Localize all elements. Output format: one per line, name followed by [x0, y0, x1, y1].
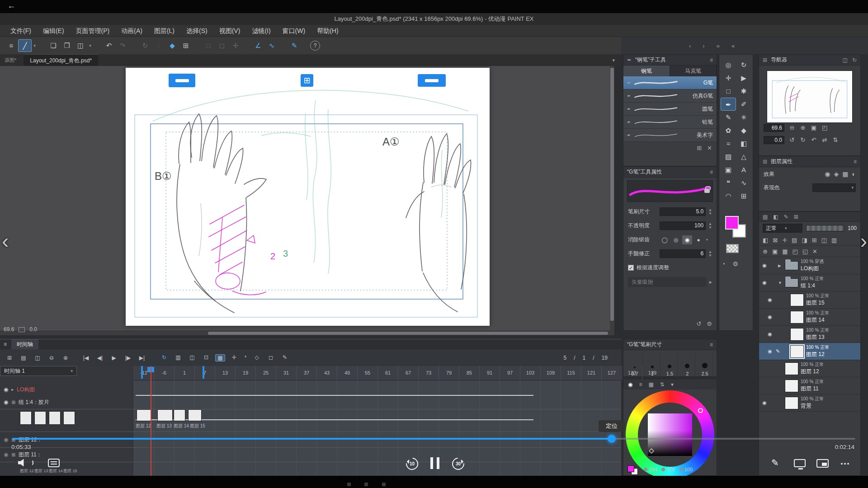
layers-tab-icon[interactable]: ▤ — [763, 214, 768, 220]
delete-subtool-icon[interactable]: ✕ — [707, 145, 712, 151]
track-row-group[interactable]: ◉ ⊞ 组 1:4：胶片 — [0, 396, 133, 408]
layer-row[interactable]: ◉ ✎ 100 % 正常 图层 12 — [759, 343, 860, 360]
add-subtool-icon[interactable]: ⊞ — [697, 145, 702, 151]
menu-item[interactable]: 视图(V) — [213, 25, 246, 37]
layer-row[interactable]: ◉ 100 % 正常 图层 15 — [759, 291, 860, 309]
track-visibility-toggle[interactable]: ◉ — [4, 399, 8, 405]
pip-button[interactable] — [816, 459, 829, 468]
menu-item[interactable]: 帮助(H) — [311, 25, 344, 37]
stabilize-stepper[interactable]: ▲▼ — [708, 250, 712, 258]
figure-tool-icon[interactable]: △ — [736, 150, 751, 163]
timeline-zoom-in-icon[interactable]: ⊕ — [61, 355, 71, 361]
danmaku-button[interactable] — [48, 459, 60, 467]
forward-30-button[interactable]: 30 — [452, 458, 464, 470]
layer-thumbnail[interactable] — [785, 278, 798, 287]
lock-alpha-icon[interactable]: ◨ — [802, 237, 807, 244]
layer-search-tab-icon[interactable]: ◧ — [773, 214, 778, 220]
tab-list-caret-icon[interactable]: ▾ — [612, 57, 615, 63]
layer-row[interactable]: ◉ 100 % 正常 图层 14 — [759, 309, 860, 326]
layer-comment-tab-icon[interactable]: ✎ — [784, 214, 788, 220]
onion-skin-next-chip[interactable] — [418, 74, 446, 87]
layer-row[interactable]: 100 % 正常 图层 11 — [759, 377, 860, 394]
layer-visibility-toggle[interactable]: ◉ — [766, 297, 774, 303]
folder-expand-icon[interactable]: ▼ — [778, 281, 783, 285]
nav-reset-rotation-icon[interactable]: ↶ — [809, 136, 818, 143]
lasso-tool-icon[interactable]: ◠ — [721, 189, 736, 202]
timeline-zoom-out-icon[interactable]: ⊖ — [47, 355, 57, 361]
nav-zoom-100-icon[interactable]: ▣ — [809, 124, 818, 131]
nav-flip-v-icon[interactable]: ⇅ — [831, 136, 840, 143]
undo-button[interactable]: ↶ — [102, 39, 116, 52]
next-video-button[interactable]: › — [860, 229, 867, 253]
layer-visibility-toggle[interactable]: ◉ — [761, 400, 768, 406]
aa-weak-icon[interactable]: ◎ — [671, 235, 681, 244]
pen-pressure-button[interactable]: ✎ — [288, 39, 301, 52]
transform-caret-icon[interactable]: ▾ — [243, 354, 248, 361]
combine-layer-icon[interactable]: ◱ — [802, 248, 808, 255]
dock-collapse-icon[interactable]: » — [717, 42, 720, 49]
move-tool-icon[interactable]: ✛ — [721, 71, 736, 84]
auto-select-tool-icon[interactable]: ✱ — [736, 84, 751, 98]
timeline-selector[interactable]: 时间轴 1 ▾ — [0, 366, 77, 376]
pencil-tool-icon[interactable]: ✐ — [736, 98, 751, 111]
track-expand-icon[interactable]: ▸ — [11, 387, 14, 392]
opacity-stepper[interactable]: ▲▼ — [708, 222, 712, 230]
playback-range-start-marker[interactable] — [141, 366, 143, 379]
select-area-button[interactable]: □ — [202, 39, 215, 52]
layer-thumbnail[interactable] — [785, 261, 798, 270]
save-caret[interactable]: ▾ — [87, 39, 93, 52]
lock-icon[interactable] — [704, 189, 710, 193]
timelapse-icon[interactable]: ◔ — [722, 260, 725, 267]
edit-note-button[interactable]: ✎ — [771, 457, 779, 468]
nav-zoom-in-icon[interactable]: ⊕ — [798, 124, 807, 131]
layer-palette-option-icon[interactable]: ▥ — [831, 237, 837, 244]
saturation-value-square[interactable] — [648, 413, 692, 456]
track-collapse-icon[interactable]: ⊞ — [11, 400, 15, 405]
subtool-item[interactable]: ✒ 仿真G笔 — [623, 89, 717, 103]
blend-mode-dropdown[interactable]: 正常 ▾ — [763, 224, 802, 233]
cel-keyframe-block[interactable] — [157, 409, 173, 421]
nav-rotate-left-icon[interactable]: ↺ — [788, 136, 797, 143]
secondary-tab[interactable]: 源图* — [5, 57, 16, 64]
deselect-button[interactable]: ◌ — [152, 39, 165, 52]
grid-tool-icon[interactable]: ⊞ — [736, 189, 751, 202]
transform-icon[interactable]: ✛ — [229, 354, 239, 361]
snap-ruler-button[interactable]: ∠ — [251, 39, 265, 52]
navigator-thumbnail[interactable] — [767, 70, 853, 123]
reset-tool-icon[interactable]: ↺ — [696, 320, 701, 327]
track-visibility-toggle[interactable]: ◉ — [4, 436, 8, 443]
subtool-tab[interactable]: 马克笔 — [670, 66, 717, 76]
video-progress-handle[interactable] — [608, 435, 616, 443]
frame-select-icon[interactable]: ◻ — [266, 354, 276, 361]
mini-foreground-swatch[interactable] — [627, 465, 634, 472]
new-vector-layer-icon[interactable]: ▣ — [772, 248, 778, 255]
tool-gear-icon[interactable]: ⚙ — [732, 260, 738, 267]
tool-property-menu-icon[interactable]: ≡ — [710, 169, 713, 175]
fill-button[interactable]: ◆ — [165, 39, 179, 52]
hue-marker[interactable] — [698, 408, 703, 413]
playback-range-end-marker[interactable] — [203, 366, 204, 379]
delete-layer-icon[interactable]: ✕ — [812, 248, 817, 255]
layer-thumbnail[interactable] — [785, 397, 798, 409]
timeline-tab[interactable]: 时间轴 — [11, 339, 38, 349]
draft-layer-icon[interactable]: ✛ — [782, 237, 787, 244]
add-keyframe-icon[interactable]: ◇ — [252, 354, 262, 361]
pen-tool-icon[interactable]: ✒ — [721, 98, 736, 111]
cast-button[interactable] — [794, 459, 806, 467]
extract-line-icon[interactable]: ▦ — [842, 170, 848, 178]
track-collapse-icon[interactable]: ⊞ — [11, 452, 15, 457]
menu-item[interactable]: 文件(F) — [5, 25, 37, 37]
brush-size-input[interactable]: 5.0 — [660, 207, 706, 216]
timeline-ruler[interactable]: -12-617131925313743495561677379859197103… — [133, 366, 621, 380]
track-visibility-toggle[interactable]: ◉ — [4, 451, 8, 458]
frame-border-tool-icon[interactable]: ▣ — [721, 163, 736, 176]
timeline-export-icon[interactable]: ◫ — [33, 355, 42, 361]
tool-settings-icon[interactable]: ⚙ — [707, 320, 712, 327]
timeline-menu-icon[interactable]: ≡ — [4, 341, 7, 347]
layer-row[interactable]: ◉ ▼ 100 % 正常 组 1:4 — [759, 274, 860, 291]
aa-middle-icon[interactable]: ◉ — [682, 235, 692, 244]
navigator-rotation-value[interactable]: 0.0 — [764, 136, 784, 144]
cel-keyframe-block[interactable] — [188, 409, 202, 421]
new-folder-icon[interactable]: ▦ — [782, 248, 788, 255]
rotate-canvas-tool-icon[interactable]: ↻ — [736, 58, 751, 71]
